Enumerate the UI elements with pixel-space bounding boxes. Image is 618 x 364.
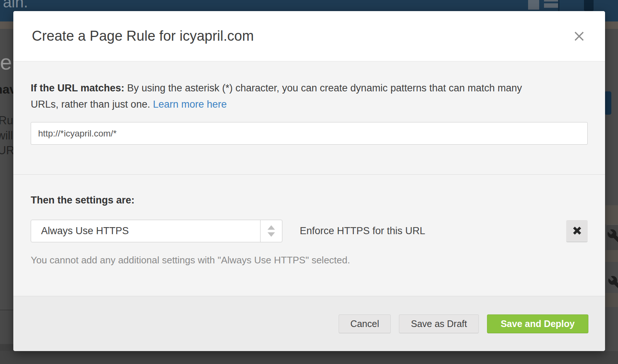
setting-select[interactable]: Always Use HTTPS xyxy=(31,220,282,242)
settings-note: You cannot add any additional settings w… xyxy=(31,255,588,266)
create-page-rule-modal: Create a Page Rule for icyapril.com If t… xyxy=(13,11,605,351)
settings-heading: Then the settings are: xyxy=(31,195,588,206)
cancel-button[interactable]: Cancel xyxy=(339,314,391,333)
url-match-description: If the URL matches: By using the asteris… xyxy=(31,80,549,112)
remove-icon xyxy=(572,226,582,236)
background-blue-button-fragment xyxy=(604,91,611,115)
url-match-label: If the URL matches: xyxy=(31,82,124,94)
background-text-fragment: will xyxy=(0,129,13,142)
setting-description: Enforce HTTPS for this URL xyxy=(300,225,425,237)
url-pattern-input[interactable] xyxy=(31,122,588,145)
url-match-section: If the URL matches: By using the asteris… xyxy=(13,61,605,175)
save-draft-button[interactable]: Save as Draft xyxy=(399,314,478,333)
modal-title: Create a Page Rule for icyapril.com xyxy=(32,28,254,44)
background-band xyxy=(605,250,618,262)
background-band xyxy=(0,351,618,364)
wrench-icon xyxy=(608,275,618,291)
close-icon[interactable] xyxy=(572,29,587,44)
background-band xyxy=(0,344,13,351)
select-stepper[interactable] xyxy=(260,220,282,242)
background-heading-fragment: e xyxy=(0,50,12,74)
modal-body: If the URL matches: By using the asteris… xyxy=(13,61,605,296)
background-text-fragment: Ru xyxy=(0,114,13,127)
setting-select-value: Always Use HTTPS xyxy=(31,220,260,242)
stepper-down-icon xyxy=(268,232,275,237)
learn-more-link[interactable]: Learn more here xyxy=(153,99,227,110)
grid-view-icon xyxy=(528,0,560,10)
top-bar-icon xyxy=(584,0,594,11)
settings-section: Then the settings are: Always Use HTTPS … xyxy=(13,175,605,266)
save-deploy-button[interactable]: Save and Deploy xyxy=(487,314,588,333)
modal-footer: Cancel Save as Draft Save and Deploy xyxy=(13,296,605,351)
wrench-icon xyxy=(607,229,618,245)
background-band xyxy=(605,293,618,307)
background-text-fragment: UR xyxy=(0,144,14,157)
setting-row: Always Use HTTPS Enforce HTTPS for this … xyxy=(31,220,588,242)
page-heading-fragment: ain. xyxy=(3,0,28,11)
background-band xyxy=(605,205,618,225)
stepper-up-icon xyxy=(268,225,275,230)
background-band xyxy=(0,310,13,344)
remove-setting-button[interactable] xyxy=(566,220,588,242)
modal-header: Create a Page Rule for icyapril.com xyxy=(13,11,605,61)
